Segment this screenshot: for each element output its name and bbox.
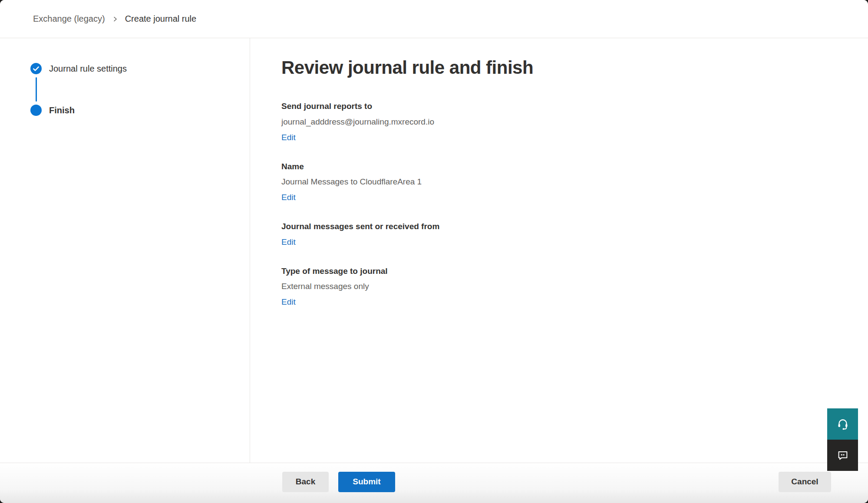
section-journal-messages-sent-or-received-from: Journal messages sent or received from E… [281,222,842,247]
section-send-journal-reports-to: Send journal reports to journal_adddress… [281,102,842,142]
section-label: Type of message to journal [281,266,842,276]
wizard-step-finish[interactable]: Finish [30,105,250,116]
page-title: Review journal rule and finish [281,57,842,78]
review-pane: Review journal rule and finish Send jour… [250,38,868,463]
layout: Journal rule settings Finish Review jour… [0,38,868,463]
wizard-step-label: Finish [49,105,75,115]
help-button[interactable] [827,408,858,440]
check-circle-icon [30,63,42,74]
wizard-footer: Back Submit Cancel [0,463,868,503]
chevron-right-icon [112,16,118,22]
section-label: Name [281,162,842,172]
cancel-button[interactable]: Cancel [779,472,831,492]
edit-link-send-journal-reports-to[interactable]: Edit [281,133,296,143]
edit-link-journal-messages-scope[interactable]: Edit [281,237,296,247]
wizard-step-connector [36,77,37,102]
header: Exchange (legacy) Create journal rule [0,0,868,38]
breadcrumb-exchange-legacy[interactable]: Exchange (legacy) [33,14,105,24]
back-button[interactable]: Back [282,472,329,492]
section-name: Name Journal Messages to CloudflareArea … [281,162,842,203]
create-journal-rule-window: Exchange (legacy) Create journal rule Jo… [0,0,868,503]
section-value: External messages only [281,282,842,292]
headset-icon [836,418,849,431]
section-label: Journal messages sent or received from [281,222,842,232]
section-label: Send journal reports to [281,102,842,112]
section-value: journal_adddress@journaling.mxrecord.io [281,117,842,127]
wizard-step-journal-rule-settings[interactable]: Journal rule settings [30,63,250,74]
feedback-icon [836,449,849,462]
feedback-button[interactable] [827,440,858,471]
edit-link-name[interactable]: Edit [281,193,296,203]
wizard-steps-panel: Journal rule settings Finish [0,38,250,463]
submit-button[interactable]: Submit [338,472,395,492]
filled-circle-icon [30,105,42,116]
section-value: Journal Messages to CloudflareArea 1 [281,177,842,187]
section-type-of-message-to-journal: Type of message to journal External mess… [281,266,842,307]
breadcrumb: Exchange (legacy) Create journal rule [33,14,196,24]
edit-link-message-type[interactable]: Edit [281,297,296,307]
breadcrumb-create-journal-rule: Create journal rule [125,14,197,24]
wizard-step-label: Journal rule settings [49,64,127,74]
